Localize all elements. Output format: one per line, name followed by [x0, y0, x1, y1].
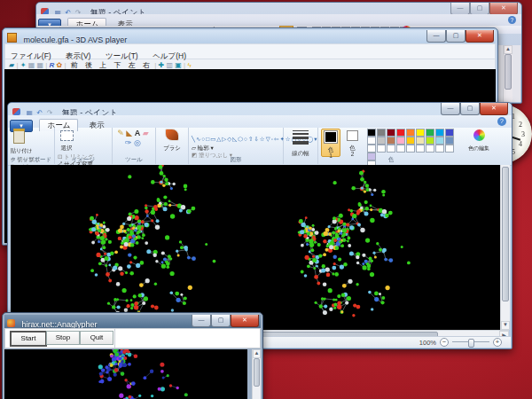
color-swatch[interactable]: [406, 137, 415, 145]
help-icon[interactable]: ?: [508, 16, 516, 24]
stop-button[interactable]: Stop: [46, 331, 80, 345]
line-width-button[interactable]: 線の幅: [288, 129, 313, 157]
maximize-button[interactable]: ▢: [460, 103, 480, 115]
canvas-vscrollbar[interactable]: ▼: [500, 165, 510, 330]
color-swatch[interactable]: [426, 145, 434, 153]
pencil-icon[interactable]: ✎: [117, 129, 124, 138]
menu-help[interactable]: ヘルプ(H): [153, 51, 186, 60]
palette-row1[interactable]: [366, 129, 457, 137]
close-button[interactable]: ✕: [466, 30, 494, 43]
color-swatch[interactable]: [367, 145, 376, 153]
help-icon[interactable]: ?: [497, 117, 506, 126]
titlebar-paint-main[interactable]: ▦ ↶ ↷ 無題 - ペイント —▢✕: [8, 103, 512, 115]
desktop: ▦ ↶ ↷ 無題 - ペイント —▢✕ ▾ ホーム 表示 ? ✂ 切り取り ⊡ …: [0, 0, 532, 399]
color-swatch[interactable]: [387, 129, 395, 137]
fill-bucket-icon[interactable]: ◣: [126, 129, 132, 138]
clock-number: 3: [521, 130, 525, 138]
color-swatch[interactable]: [416, 137, 425, 145]
minimize-button[interactable]: —: [450, 3, 470, 15]
shape-grid[interactable]: ╲∿○□▭△▷◇◺⬡○⇧⇩☆▽◦⇦✦☆◻▽○◯▾: [192, 135, 243, 143]
color1-button[interactable]: 色1: [321, 129, 340, 157]
color-swatch[interactable]: [445, 137, 454, 145]
color-swatch[interactable]: [396, 137, 405, 145]
palette-row3[interactable]: [366, 145, 457, 153]
color-swatch[interactable]: [426, 137, 434, 145]
color-swatch[interactable]: [435, 145, 444, 153]
menu-file[interactable]: ファイル(F): [11, 51, 51, 60]
color-swatch[interactable]: [406, 145, 415, 153]
close-button[interactable]: ✕: [480, 103, 508, 115]
color-swatch[interactable]: [416, 145, 425, 153]
vertical-scrollbar[interactable]: ▲: [503, 45, 512, 102]
color-swatch[interactable]: [426, 129, 434, 137]
edit-colors-button[interactable]: 色の編集: [467, 129, 490, 152]
color-swatch[interactable]: [406, 129, 415, 137]
start-button[interactable]: Start: [10, 331, 47, 347]
nav-left-button[interactable]: 左: [129, 61, 136, 69]
nav-front-button[interactable]: 前: [71, 61, 78, 69]
palette-row2[interactable]: [366, 137, 457, 145]
color-swatch[interactable]: [416, 129, 425, 137]
color-swatch[interactable]: [377, 137, 386, 145]
lightning-icon[interactable]: ϟ: [187, 61, 191, 69]
color-picker-icon[interactable]: ✑: [125, 138, 132, 148]
eraser-icon[interactable]: ▰: [143, 129, 149, 138]
toolbar-separator: [114, 329, 115, 348]
rotate-r-icon[interactable]: R: [50, 61, 55, 69]
link-view-icon[interactable]: ▥: [166, 61, 173, 69]
zoom-slider[interactable]: [452, 341, 489, 342]
titlebar-anaglypher[interactable]: hirax.net::Anaglypher —▢✕: [4, 315, 261, 328]
group-brush: ブラシ: [156, 128, 189, 164]
text-tool-icon[interactable]: A: [135, 129, 141, 138]
select-button[interactable]: 選択: [58, 129, 75, 152]
grid-view-icon[interactable]: ▦: [28, 61, 35, 69]
color-swatch[interactable]: [445, 145, 454, 153]
maximize-button[interactable]: ▢: [470, 3, 489, 15]
box-view-icon[interactable]: ▣: [175, 61, 182, 69]
color-swatch[interactable]: [367, 129, 376, 137]
magnifier-icon[interactable]: ◎: [134, 138, 141, 148]
canvas-area[interactable]: [11, 165, 500, 330]
anaglypher-app-icon: [7, 319, 15, 327]
color-mode-icon[interactable]: ✿: [57, 61, 63, 69]
titlebar-paint-back[interactable]: ▦ ↶ ↷ 無題 - ペイント —▢✕: [36, 3, 521, 14]
close-button[interactable]: ✕: [489, 3, 518, 15]
close-button[interactable]: ✕: [231, 315, 259, 327]
anaglypher-vscrollbar[interactable]: ▲: [252, 349, 261, 399]
color-swatch[interactable]: [367, 137, 376, 145]
color-swatch[interactable]: [435, 129, 444, 137]
fit-view-icon[interactable]: ✚: [159, 61, 165, 69]
color-swatch[interactable]: [435, 137, 444, 145]
color-swatch[interactable]: [445, 129, 454, 137]
quit-button[interactable]: Quit: [80, 331, 113, 345]
anaglypher-window[interactable]: hirax.net::Anaglypher —▢✕ Start Stop Qui…: [2, 312, 263, 399]
color-swatch[interactable]: [377, 129, 386, 137]
open-file-icon[interactable]: ▰: [9, 61, 14, 69]
anaglypher-viewport[interactable]: [4, 349, 247, 399]
view-reset-icon[interactable]: ✦: [20, 61, 27, 69]
menu-view[interactable]: 表示(V): [66, 51, 90, 60]
titlebar-avs[interactable]: molecule.gfa - 3D AVS player —▢✕: [4, 30, 496, 43]
zoom-out-button[interactable]: −: [440, 338, 449, 347]
nav-right-button[interactable]: 右: [143, 61, 150, 69]
color-swatch[interactable]: [387, 145, 395, 153]
grid-view2-icon[interactable]: ▦: [36, 61, 43, 69]
brush-button[interactable]: ブラシ: [160, 129, 184, 152]
minimize-button[interactable]: —: [192, 315, 211, 327]
nav-down-button[interactable]: 下: [114, 61, 121, 69]
minimize-button[interactable]: —: [441, 103, 460, 115]
color-swatch[interactable]: [396, 145, 405, 153]
nav-back-button[interactable]: 後: [85, 61, 92, 69]
color-swatch[interactable]: [396, 129, 405, 137]
outline-button[interactable]: ▱ 輪郭 ▾: [192, 145, 225, 152]
zoom-in-button[interactable]: +: [493, 338, 502, 347]
color-swatch[interactable]: [387, 137, 395, 145]
color2-button[interactable]: 色2: [344, 129, 360, 155]
menu-tools[interactable]: ツール(T): [106, 51, 138, 60]
minimize-button[interactable]: —: [426, 30, 446, 43]
maximize-button[interactable]: ▢: [446, 30, 466, 43]
nav-up-button[interactable]: 上: [99, 61, 106, 69]
maximize-button[interactable]: ▢: [211, 315, 231, 327]
color-swatch[interactable]: [377, 145, 386, 153]
paste-button[interactable]: 貼り付け: [11, 129, 27, 154]
